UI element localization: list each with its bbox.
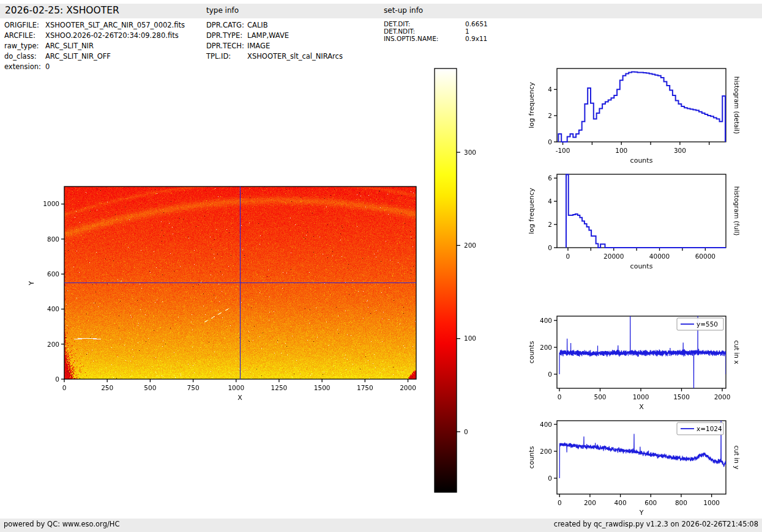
cut-in-x: 05001000150020000200400Xcountscut in xy=… (528, 305, 741, 411)
svg-text:250: 250 (101, 384, 113, 391)
histogram-full: 02000040000600000246countslog frequencyh… (528, 174, 741, 270)
svg-text:400: 400 (540, 317, 552, 324)
svg-text:histogram (full): histogram (full) (733, 187, 741, 236)
svg-text:counts: counts (528, 341, 536, 363)
svg-text:0: 0 (548, 371, 552, 378)
svg-text:4: 4 (548, 86, 552, 93)
svg-text:X: X (639, 403, 644, 411)
svg-text:800: 800 (47, 235, 59, 243)
svg-text:1000: 1000 (228, 384, 244, 391)
svg-text:200: 200 (47, 341, 59, 348)
svg-text:1250: 1250 (271, 384, 288, 391)
svg-text:500: 500 (594, 393, 606, 401)
svg-text:600: 600 (47, 270, 59, 278)
svg-text:100: 100 (615, 147, 627, 154)
svg-text:200: 200 (464, 242, 476, 249)
svg-text:400: 400 (614, 499, 627, 506)
svg-text:0: 0 (62, 384, 67, 391)
cut-in-y: 020040060080010000200400Ycountscut in yx… (528, 415, 741, 517)
svg-text:0: 0 (548, 244, 552, 251)
svg-text:counts: counts (630, 262, 653, 270)
svg-text:2: 2 (548, 221, 552, 228)
svg-text:0: 0 (558, 499, 562, 506)
svg-text:1000: 1000 (43, 200, 59, 207)
svg-text:6: 6 (548, 174, 552, 182)
svg-text:Y: Y (639, 509, 644, 517)
svg-text:Y: Y (28, 281, 35, 286)
svg-text:0: 0 (548, 138, 552, 146)
svg-text:200: 200 (584, 499, 596, 506)
svg-text:1750: 1750 (357, 384, 373, 391)
svg-text:400: 400 (47, 305, 59, 312)
svg-text:40000: 40000 (649, 253, 670, 260)
svg-text:500: 500 (144, 384, 156, 391)
svg-text:histogram (detail): histogram (detail) (733, 76, 741, 134)
histogram-full-series (566, 175, 726, 248)
svg-text:X: X (237, 394, 242, 402)
svg-text:0: 0 (464, 428, 468, 435)
svg-text:60000: 60000 (695, 253, 715, 260)
histogram-detail-series (558, 72, 725, 142)
detector-image-axes: 0250500750100012501500175020000200400600… (28, 187, 416, 402)
svg-text:20000: 20000 (603, 253, 624, 260)
svg-text:-100: -100 (556, 147, 570, 154)
svg-text:1000: 1000 (703, 499, 720, 506)
svg-text:counts: counts (528, 446, 536, 468)
svg-text:400: 400 (540, 421, 552, 428)
svg-text:log frequency: log frequency (528, 82, 536, 128)
svg-text:750: 750 (187, 384, 200, 391)
footer-right: created by qc_rawdisp.py v1.2.3 on 2026-… (554, 520, 758, 528)
cut-in-x-legend: y=550 (677, 318, 723, 330)
svg-text:0: 0 (566, 253, 570, 260)
svg-text:600: 600 (644, 499, 657, 506)
svg-text:0: 0 (558, 393, 562, 401)
svg-text:counts: counts (630, 157, 653, 164)
histogram-detail: -100100300024countslog frequencyhistogra… (528, 68, 741, 164)
svg-text:200: 200 (540, 448, 552, 455)
svg-text:800: 800 (675, 499, 687, 506)
svg-text:cut in y: cut in y (733, 445, 741, 469)
footer-left: powered by QC: www.eso.org/HC (4, 520, 119, 528)
svg-text:log frequency: log frequency (528, 188, 536, 234)
colorbar: 0100200300 (435, 68, 476, 492)
svg-text:2000: 2000 (400, 384, 416, 391)
svg-text:1000: 1000 (633, 393, 649, 401)
svg-text:y=550: y=550 (697, 320, 718, 328)
svg-text:300: 300 (464, 149, 476, 156)
qc-report-page: 2026-02-25: XSHOOTER type info set-up in… (0, 0, 762, 532)
svg-text:300: 300 (674, 147, 686, 154)
svg-text:200: 200 (540, 344, 552, 351)
plots-overlay: 0250500750100012501500175020000200400600… (0, 0, 762, 532)
svg-text:2000: 2000 (714, 393, 731, 401)
svg-text:0: 0 (548, 475, 552, 482)
svg-text:cut in x: cut in x (733, 340, 741, 364)
svg-text:1500: 1500 (673, 393, 690, 401)
cut-in-y-legend: x=1024 (677, 423, 723, 435)
svg-text:2: 2 (548, 112, 552, 119)
svg-text:1500: 1500 (314, 384, 331, 391)
svg-text:x=1024: x=1024 (697, 425, 722, 432)
svg-text:0: 0 (55, 375, 59, 383)
svg-text:4: 4 (548, 198, 552, 205)
svg-text:100: 100 (464, 334, 476, 342)
